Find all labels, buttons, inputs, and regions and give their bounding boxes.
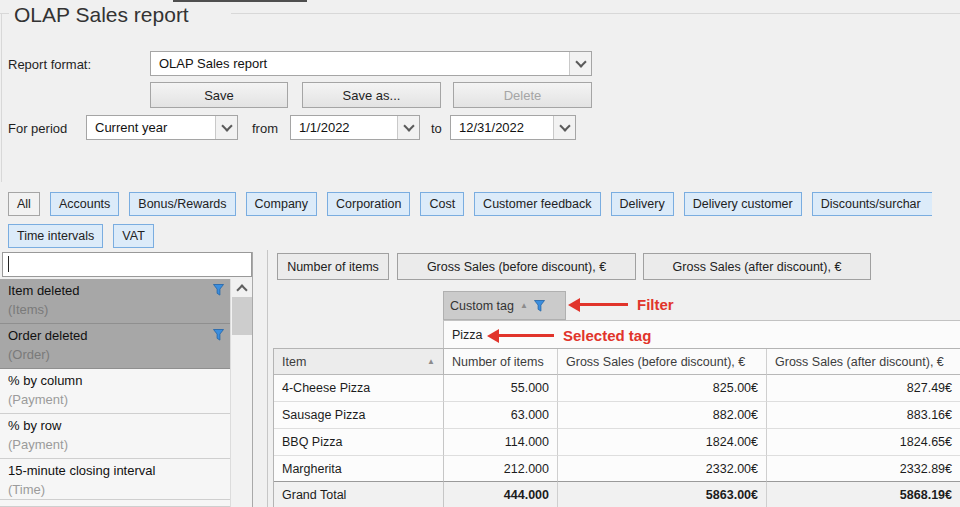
report-format-label: Report format: [8,57,91,72]
list-item-title: Order deleted [8,328,88,343]
period-select[interactable]: Current year [86,115,238,140]
column-header-number-of-items[interactable]: Number of items [444,349,558,375]
report-format-select[interactable]: OLAP Sales report [150,51,592,76]
from-date-select[interactable]: 1/1/2022 [290,115,420,140]
list-item-subtitle: (Items) [8,302,48,317]
panel-divider [267,250,268,507]
table-cell: 1824.65€ [767,429,960,456]
table-row-item: Sausage Pizza [274,402,444,429]
custom-tag-label: Custom tag [450,299,514,313]
sort-ascending-icon[interactable]: ▲ [520,302,528,310]
arrow-left-icon [487,329,499,343]
column-header-gross-after[interactable]: Gross Sales (after discount), € [767,349,960,375]
list-item-item-deleted[interactable]: Item deleted (Items) [0,279,230,324]
tag-filter-vat[interactable]: VAT [113,224,153,248]
list-item-percent-by-column[interactable]: % by column (Payment) [0,369,230,414]
selected-tag-annotation-label: Selected tag [563,327,651,344]
arrow-left-icon [568,298,580,312]
delete-button[interactable]: Delete [453,82,592,108]
tag-filter-row-1: All Accounts Bonus/Rewards Company Corpo… [8,192,960,216]
tag-filter-customer-feedback[interactable]: Customer feedback [474,192,600,216]
period-value: Current year [87,120,215,135]
sort-ascending-icon[interactable]: ▲ [427,358,435,366]
table-cell: 827.49€ [767,375,960,402]
tag-filter-accounts[interactable]: Accounts [50,192,119,216]
item-column-header[interactable]: Item ▲ [274,349,444,375]
list-item-subtitle: (Payment) [8,392,68,407]
measure-chip-gross-before[interactable]: Gross Sales (before discount), € [397,253,636,280]
grand-total-label: Grand Total [274,482,444,507]
list-item-subtitle: (Order) [8,347,50,362]
chevron-down-icon[interactable] [397,116,419,139]
table-cell: 883.16€ [767,402,960,429]
tag-filter-all[interactable]: All [8,192,40,216]
groupbox-border [231,13,960,14]
grand-total-cell: 5863.00€ [558,482,767,507]
pivot-table: Item ▲ Number of items Gross Sales (befo… [273,348,960,507]
list-scrollbar[interactable] [230,279,252,507]
table-row-item: BBQ Pizza [274,429,444,456]
groupbox-border [1,13,2,182]
table-cell: 882.00€ [558,402,767,429]
custom-tag-column-header[interactable]: Custom tag ▲ [443,291,566,320]
from-label: from [252,121,278,136]
table-cell: 114.000 [444,429,558,456]
olap-sales-report-page: OLAP Sales report Report format: OLAP Sa… [0,0,960,507]
from-date-value: 1/1/2022 [291,120,397,135]
tag-filter-bonus-rewards[interactable]: Bonus/Rewards [129,192,235,216]
table-cell: 63.000 [444,402,558,429]
save-button[interactable]: Save [150,82,288,108]
table-cell: 1824.00€ [558,429,767,456]
filter-funnel-icon[interactable] [534,300,545,312]
to-date-select[interactable]: 12/31/2022 [450,115,576,140]
chevron-down-icon[interactable] [569,52,591,75]
table-cell: 212.000 [444,456,558,482]
grand-total-cell: 5868.19€ [767,482,960,507]
measure-chip-number-of-items[interactable]: Number of items [277,253,389,280]
save-as-button[interactable]: Save as... [302,82,441,108]
tag-filter-time-intervals[interactable]: Time intervals [8,224,103,248]
selected-tag-annotation: Selected tag [487,327,651,344]
list-item-title: 15-minute closing interval [8,463,155,478]
filter-funnel-icon[interactable] [213,327,224,345]
page-title: OLAP Sales report [14,3,189,27]
filter-funnel-icon[interactable] [213,282,224,300]
list-panel-border [252,252,253,507]
text-caret [8,256,9,272]
tag-filter-corporation[interactable]: Corporation [327,192,410,216]
tag-filter-company[interactable]: Company [246,192,318,216]
report-format-value: OLAP Sales report [151,56,569,71]
list-item-order-deleted[interactable]: Order deleted (Order) [0,324,230,369]
for-period-label: For period [8,121,67,136]
tag-filter-delivery-customer[interactable]: Delivery customer [684,192,802,216]
selected-tag-value: Pizza [452,328,483,342]
tag-filter-cost[interactable]: Cost [420,192,464,216]
scrollbar-thumb[interactable] [232,297,252,335]
arrow-line [499,334,554,337]
list-item-title: % by column [8,373,82,388]
table-cell: 825.00€ [558,375,767,402]
list-item-title: Item deleted [8,283,80,298]
list-item-percent-by-row[interactable]: % by row (Payment) [0,414,230,459]
table-cell: 2332.00€ [558,456,767,482]
list-item-subtitle: (Time) [8,482,45,497]
tag-filter-delivery[interactable]: Delivery [611,192,674,216]
to-label: to [431,121,442,136]
grand-total-cell: 444.000 [444,482,558,507]
column-header-gross-before[interactable]: Gross Sales (before discount), € [558,349,767,375]
chevron-down-icon[interactable] [215,116,237,139]
list-item-subtitle: (Payment) [8,437,68,452]
list-item-partial[interactable] [0,500,230,507]
table-row-item: 4-Cheese Pizza [274,375,444,402]
table-cell: 55.000 [444,375,558,402]
dimension-search-input[interactable] [2,252,252,277]
table-cell: 2332.89€ [767,456,960,482]
list-item-title: % by row [8,418,61,433]
tag-filter-discounts-surcharges[interactable]: Discounts/surchar [812,192,932,216]
list-item-15-minute-closing-interval[interactable]: 15-minute closing interval (Time) [0,459,230,500]
chevron-down-icon[interactable] [553,116,575,139]
filter-annotation-label: Filter [637,296,674,313]
scroll-up-button[interactable] [231,279,253,297]
arrow-line [580,303,628,306]
measure-chip-gross-after[interactable]: Gross Sales (after discount), € [643,253,871,280]
